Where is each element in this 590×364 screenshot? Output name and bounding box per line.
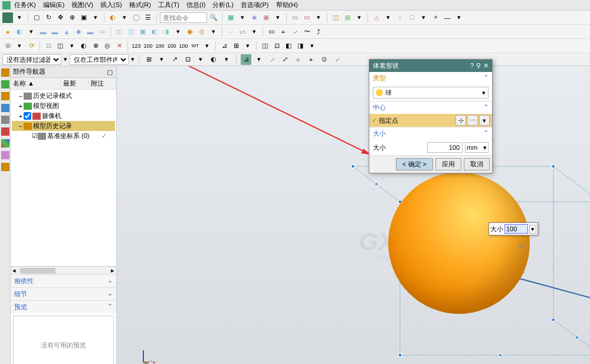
menu-analysis[interactable]: 分析(L) bbox=[209, 1, 237, 9]
tb-icon[interactable]: ⟋ bbox=[267, 54, 277, 65]
menu-task[interactable]: 任务(K) bbox=[11, 1, 40, 9]
sphere-body[interactable] bbox=[388, 172, 530, 314]
tb-icon[interactable]: 100 bbox=[155, 41, 165, 51]
tb-icon[interactable]: + bbox=[306, 54, 316, 65]
rail-icon[interactable] bbox=[1, 104, 9, 112]
dialog-fix-icon[interactable]: ⚲ bbox=[476, 62, 481, 70]
tb-icon[interactable]: ◐ bbox=[14, 27, 25, 37]
tb-icon[interactable]: ▾ bbox=[418, 12, 429, 23]
tb-icon[interactable]: ⟋ bbox=[225, 27, 236, 37]
tb-icon[interactable]: ▾ bbox=[26, 27, 37, 37]
tb-icon[interactable]: ⊞ bbox=[143, 54, 154, 65]
tree-item-model-view[interactable]: + 模型视图 bbox=[12, 101, 115, 111]
tb-icon[interactable]: ▾ bbox=[273, 12, 283, 23]
tb-icon[interactable]: ◆ bbox=[73, 27, 84, 37]
tb-icon[interactable]: ⟋ bbox=[332, 54, 342, 65]
type-dropdown[interactable]: 球 ▾ bbox=[373, 87, 489, 99]
tb-icon[interactable]: ▣ bbox=[137, 27, 148, 37]
tb-icon[interactable]: 100 bbox=[166, 41, 177, 51]
menu-help[interactable]: 帮助(H) bbox=[273, 1, 301, 9]
tb-icon[interactable]: 100 bbox=[178, 41, 189, 51]
tb-icon[interactable]: ⤢ bbox=[280, 54, 290, 65]
tb-icon[interactable]: ◬ bbox=[371, 12, 382, 23]
tb-icon[interactable]: ◐ bbox=[208, 54, 219, 65]
section-header-size[interactable]: 大小 ⌃ bbox=[369, 127, 492, 140]
tb-icon[interactable]: ▾ bbox=[249, 27, 260, 37]
tb-icon[interactable]: ◊ bbox=[395, 12, 405, 23]
section-header-type[interactable]: 类型 ⌃ bbox=[369, 72, 492, 84]
panel-close-icon[interactable]: ▢ bbox=[107, 68, 114, 76]
tb-icon[interactable]: ⤴ bbox=[313, 27, 324, 37]
tb-icon[interactable]: ⊡ bbox=[43, 41, 54, 51]
tb-icon[interactable]: ▦ bbox=[342, 12, 353, 23]
tb-icon[interactable]: ▭ bbox=[97, 27, 107, 37]
find-command-input[interactable] bbox=[160, 12, 207, 23]
section-header-preview[interactable]: 预览 ⌃ bbox=[11, 301, 116, 313]
menu-format[interactable]: 格式(R) bbox=[126, 1, 155, 9]
tb-icon[interactable]: ▾ bbox=[208, 27, 219, 37]
tb-icon[interactable]: ◫ bbox=[114, 27, 124, 37]
rail-icon[interactable] bbox=[1, 116, 9, 124]
tb-icon[interactable]: ▾ bbox=[237, 12, 248, 23]
tb-icon[interactable]: ▾ bbox=[254, 54, 264, 65]
tb-icon[interactable]: ▾ bbox=[90, 12, 101, 23]
tb-icon[interactable]: ▦ bbox=[225, 12, 236, 23]
rail-icon[interactable] bbox=[1, 92, 9, 100]
tb-icon[interactable]: ▾ bbox=[14, 12, 25, 23]
menu-edit[interactable]: 编辑(E) bbox=[40, 1, 68, 9]
tree-item-model-history[interactable]: − 模型历史记录 bbox=[12, 121, 115, 131]
tb-icon[interactable]: ⊕ bbox=[90, 41, 101, 51]
zoom-icon[interactable]: ⊕ bbox=[67, 12, 77, 23]
point-dropdown-button[interactable]: ▾ bbox=[479, 115, 490, 126]
section-header-detail[interactable]: 细节 ⌄ bbox=[11, 288, 116, 300]
tb-icon[interactable]: + bbox=[278, 27, 289, 37]
tb-icon[interactable]: WT bbox=[190, 41, 201, 51]
scope-dropdown[interactable]: 仅在工作部件内 bbox=[70, 54, 129, 65]
col-latest[interactable]: 最新 bbox=[61, 78, 88, 89]
dialog-titlebar[interactable]: 体素形状 ? ⚲ ✕ bbox=[369, 60, 492, 72]
bbox-handle[interactable] bbox=[398, 353, 402, 357]
rail-icon[interactable] bbox=[1, 139, 9, 147]
search-icon[interactable]: 🔍 bbox=[208, 12, 219, 23]
inline-dropdown-icon[interactable]: ▾ bbox=[529, 225, 536, 234]
tb-icon[interactable]: ⟳ bbox=[26, 41, 37, 51]
tb-icon[interactable]: ⊙ bbox=[319, 54, 329, 65]
tree-toggle[interactable]: + bbox=[18, 113, 24, 120]
tb-icon[interactable]: ▾ bbox=[454, 12, 464, 23]
tb-icon[interactable]: ◐ bbox=[149, 27, 160, 37]
orbit-icon[interactable]: ↻ bbox=[43, 12, 54, 23]
tb-icon[interactable]: ▾ bbox=[202, 41, 212, 51]
pan-icon[interactable]: ✥ bbox=[55, 12, 65, 23]
tb-icon[interactable]: ▾ bbox=[14, 41, 25, 51]
tb-icon[interactable]: ▾ bbox=[195, 54, 206, 65]
bbox-handle[interactable] bbox=[351, 165, 355, 168]
tb-icon[interactable]: ◎ bbox=[196, 27, 207, 37]
tb-icon[interactable]: ◯ bbox=[131, 12, 142, 23]
tb-icon[interactable]: ◐ bbox=[107, 12, 118, 23]
bbox-mid-handle[interactable] bbox=[375, 182, 378, 186]
tb-icon[interactable]: 〜 bbox=[301, 27, 312, 37]
tb-icon[interactable]: ◈ bbox=[249, 12, 260, 23]
fit-icon[interactable]: ▣ bbox=[78, 12, 89, 23]
tree-toggle[interactable]: − bbox=[18, 93, 24, 100]
tb-icon[interactable]: ↗ bbox=[169, 54, 180, 65]
rect-icon[interactable]: ▭ bbox=[266, 27, 277, 37]
tb-icon[interactable]: ◎ bbox=[102, 41, 113, 51]
tb-icon[interactable]: ◨ bbox=[295, 41, 306, 51]
tb-icon[interactable]: ▾ bbox=[354, 12, 365, 23]
tb-icon[interactable]: ▾ bbox=[307, 41, 317, 51]
sphere-icon[interactable]: ● bbox=[2, 27, 13, 37]
tb-icon[interactable]: ▾ bbox=[242, 41, 253, 51]
tb-icon[interactable]: ◐ bbox=[78, 41, 89, 51]
tb-icon[interactable]: ⊿ bbox=[241, 54, 251, 65]
point-dialog-button[interactable]: ⋯ bbox=[467, 115, 478, 126]
tb-icon[interactable]: ⊿ bbox=[219, 41, 230, 51]
tb-icon[interactable]: ⊡ bbox=[271, 41, 282, 51]
tb-icon[interactable]: ⊞ bbox=[2, 41, 13, 51]
tb-icon[interactable]: 100 bbox=[143, 41, 153, 51]
tb-icon[interactable]: ◉ bbox=[185, 27, 195, 37]
tb-icon[interactable]: ▾ bbox=[221, 54, 232, 65]
tb-icon[interactable]: ◧ bbox=[283, 41, 294, 51]
dialog-help-icon[interactable]: ? bbox=[470, 62, 474, 70]
tb-icon[interactable]: ▾ bbox=[156, 54, 167, 65]
